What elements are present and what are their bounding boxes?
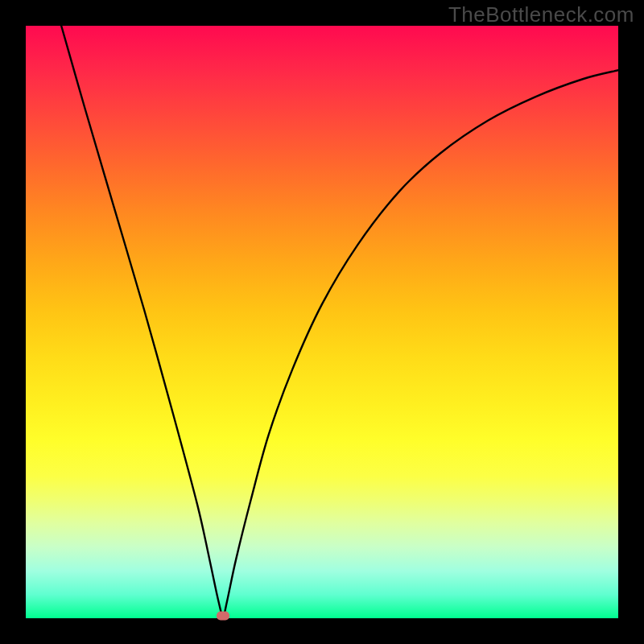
chart-container: TheBottleneck.com — [0, 0, 644, 644]
minimum-dot — [217, 612, 229, 621]
plot-area — [26, 26, 618, 618]
bottleneck-curve — [26, 26, 618, 618]
watermark-text: TheBottleneck.com — [448, 2, 634, 27]
